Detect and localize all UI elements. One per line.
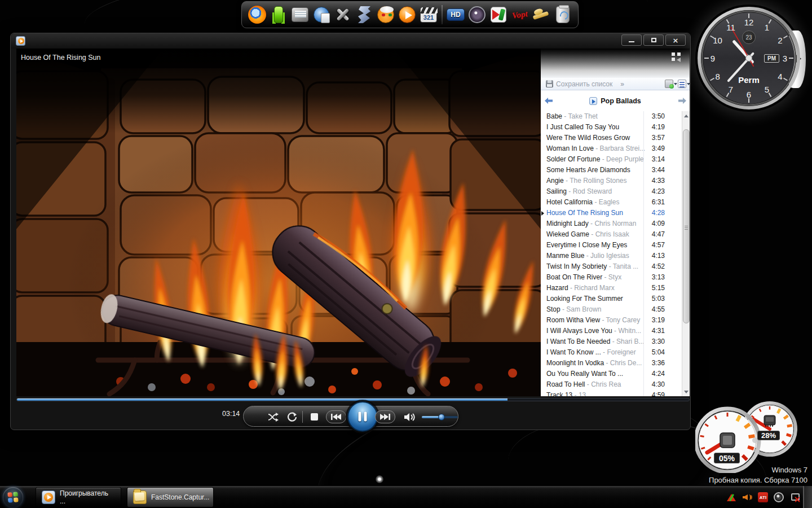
playlist-track[interactable]: Hotel California - Eagles 6:31 — [541, 197, 682, 208]
playlist-track[interactable]: Sailing - Rod Steward 4:23 — [541, 186, 682, 197]
dock-icon-firefox[interactable] — [246, 3, 268, 26]
minimize-icon — [629, 41, 634, 42]
playlist-track[interactable]: Stop - Sam Brown 4:55 — [541, 304, 682, 315]
dock-icon-vopt[interactable]: Vopt — [509, 3, 531, 26]
playlist-track[interactable]: Track 13 - 13 4:59 — [541, 390, 682, 396]
clock-numeral: 11 — [726, 22, 735, 32]
playlist-track[interactable]: Boat On The River - Styx 3:13 — [541, 272, 682, 283]
visualization-area[interactable]: House Of The Rising Sun — [16, 49, 541, 396]
playlist-scrollbar[interactable] — [682, 111, 690, 396]
volume-thumb[interactable] — [438, 414, 445, 421]
playlist-track[interactable]: Midnight Lady - Chris Norman 4:09 — [541, 218, 682, 229]
playlist-track[interactable]: I Just Called To Say You 4:19 — [541, 122, 682, 133]
next-playlist-arrow[interactable] — [675, 97, 690, 104]
tray-icon-ati[interactable]: ATI — [758, 492, 768, 502]
repeat-button[interactable] — [283, 406, 301, 427]
playlist-name[interactable]: Pop Ballads — [601, 97, 641, 105]
track-artist: - Barbara Strei... — [594, 144, 645, 152]
dock-icon-wmp[interactable] — [396, 3, 418, 26]
track-time: 3:57 — [652, 133, 665, 143]
playlist-track[interactable]: Road To Hell - Chris Rea 4:30 — [541, 379, 682, 390]
playlist-track[interactable]: Manme Blue - Julio Iglesias 4:13 — [541, 251, 682, 261]
clock-date-badge: 23 — [742, 30, 756, 44]
playlist-play-icon[interactable] — [589, 97, 597, 105]
time-column-divider — [643, 111, 644, 396]
minimize-button[interactable] — [621, 34, 642, 46]
clock-gadget[interactable]: 123456789101112 23 PM Perm — [695, 5, 808, 114]
playlist-track[interactable]: Everytime I Close My Eyes 4:57 — [541, 240, 682, 251]
playlist-track[interactable]: Babe - Take Thet 3:50 — [541, 111, 682, 122]
tray-icon-lens[interactable] — [774, 492, 784, 502]
seek-progress — [17, 398, 508, 401]
previous-playlist-arrow[interactable] — [541, 97, 555, 104]
shuffle-button[interactable] — [264, 406, 283, 427]
playlist-track[interactable]: Woman In Love - Barbara Strei... 3:49 — [541, 143, 682, 154]
playlist-track-current[interactable]: House Of The Rising Sun 4:28 — [541, 208, 682, 218]
mute-button[interactable] — [400, 406, 420, 427]
dock-icon-qip[interactable] — [268, 3, 289, 26]
playlist-track[interactable]: I Want To Know ... - Foreigner 5:04 — [541, 347, 682, 358]
cpu-meter-gadget[interactable]: 05% 28% — [695, 397, 812, 473]
folder-icon — [133, 491, 147, 504]
playlist-track[interactable]: Angie - The Rolling Stones 4:33 — [541, 176, 682, 186]
track-artist: - Whitn... — [612, 327, 641, 335]
track-time: 4:47 — [652, 229, 665, 240]
dock-icon-fishtool[interactable] — [531, 3, 552, 26]
stop-button[interactable] — [304, 406, 324, 427]
playlist-track[interactable]: Some Hearts Are Diamonds 3:44 — [541, 165, 682, 176]
titlebar[interactable]: × — [11, 33, 690, 49]
dock-icon-hd[interactable]: HD — [445, 3, 466, 26]
playlist-track[interactable]: Twist In My Sobriety - Tanita ... 4:52 — [541, 261, 682, 272]
dock-icon-faststone[interactable] — [488, 3, 509, 26]
dock-icon-monitor[interactable] — [289, 3, 311, 26]
clock-numeral: 3 — [783, 54, 787, 63]
scrollbar-thumb[interactable] — [683, 129, 690, 323]
playlist-track[interactable]: I Will Alvays Love You - Whitn... 4:31 — [541, 326, 682, 336]
desktop: 321 HD Vopt — [0, 0, 812, 508]
seek-bar[interactable] — [16, 398, 690, 401]
next-button[interactable] — [375, 410, 395, 423]
track-title: Track 13 — [546, 391, 572, 396]
pause-button[interactable] — [347, 401, 378, 432]
dock-icon-dvdfab[interactable] — [375, 3, 396, 26]
playlist-track[interactable]: Wieked Game - Chris Isaak 4:47 — [541, 229, 682, 240]
track-title: Hazard — [546, 284, 568, 292]
playlist-view-icon[interactable] — [665, 80, 673, 88]
toolbar-overflow-chevron[interactable]: » — [620, 80, 624, 88]
dock-icon-tools[interactable] — [332, 3, 354, 26]
save-playlist-button[interactable]: Сохранить список — [556, 80, 612, 88]
close-icon: × — [673, 37, 679, 44]
taskbar-button-folder[interactable]: FastStone.Captur... — [127, 487, 214, 507]
track-time: 4:31 — [652, 326, 665, 336]
playlist-track[interactable]: I Want To Be Needed - Shari B... 3:30 — [541, 336, 682, 347]
playlist-track[interactable]: Moonlight In Vodka - Chris De... 3:36 — [541, 358, 682, 369]
volume-slider[interactable] — [422, 406, 458, 427]
scroll-down-button[interactable] — [682, 387, 690, 396]
dock-icon-mpc[interactable]: 321 — [418, 3, 439, 26]
previous-button[interactable] — [326, 410, 346, 423]
dock-icon-webcam[interactable] — [466, 3, 488, 26]
playlist-track[interactable]: Looking For The Summer 5:03 — [541, 294, 682, 304]
tray-icon-afterburner[interactable] — [726, 492, 736, 502]
watermark-line2: Пробная копия. Сборка 7100 — [709, 475, 807, 485]
start-button[interactable] — [3, 487, 23, 507]
track-time: 3:50 — [652, 111, 665, 122]
track-title: Twist In My Sobriety — [546, 262, 607, 270]
playlist-track[interactable]: Room Witha View - Tony Carey 3:19 — [541, 315, 682, 326]
taskbar-button-wmp[interactable]: Проигрыватель ... — [36, 487, 121, 507]
tray-icon-hw[interactable] — [789, 492, 800, 502]
playlist-track[interactable]: Were The Wild Roses Grow 3:57 — [541, 133, 682, 143]
scroll-up-button[interactable] — [682, 111, 690, 120]
dock-icon-trash[interactable] — [552, 3, 573, 26]
maximize-button[interactable] — [643, 34, 664, 46]
show-desktop-button[interactable] — [803, 486, 812, 508]
tray-icon-volume[interactable] — [742, 492, 752, 502]
dock-icon-globe[interactable] — [311, 3, 332, 26]
playlist-track[interactable]: Ou You Really Want To ... 4:24 — [541, 369, 682, 379]
switch-to-library-icon[interactable] — [672, 52, 683, 62]
list-options-icon[interactable] — [678, 80, 686, 88]
playlist-track[interactable]: Solder Of Fortune - Deep Purple 3:14 — [541, 154, 682, 165]
dock-icon-script[interactable] — [354, 3, 375, 26]
close-button[interactable]: × — [665, 34, 686, 46]
playlist-track[interactable]: Hazard - Richard Marx 5:15 — [541, 283, 682, 294]
